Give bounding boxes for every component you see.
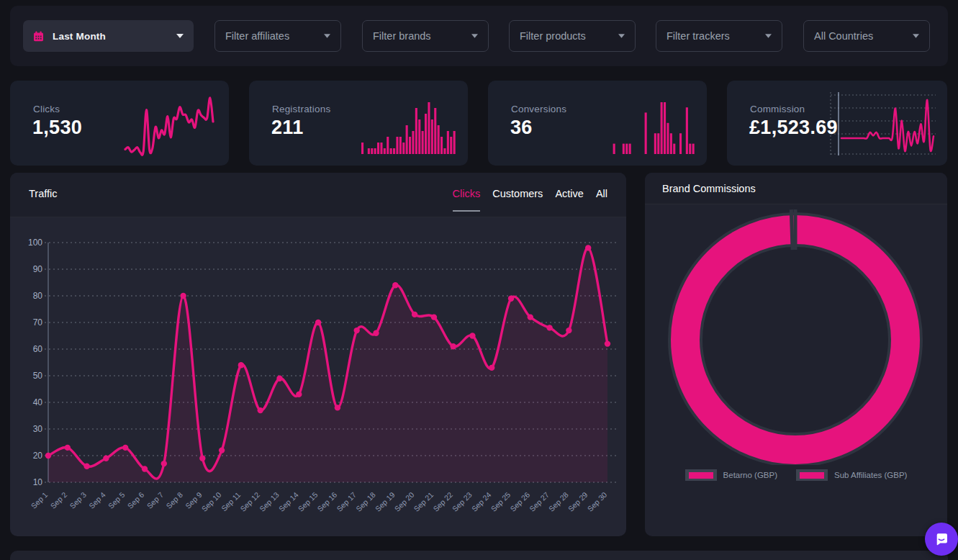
svg-text:Sep 10: Sep 10	[199, 490, 222, 513]
svg-text:100: 100	[28, 238, 42, 248]
stat-card-registrations: Registrations 211	[249, 81, 468, 166]
stat-value: 1,530	[32, 117, 82, 139]
clicks-sparkline	[122, 92, 217, 157]
registrations-sparkline	[361, 98, 456, 155]
filter-products-dropdown[interactable]: Filter products	[509, 20, 636, 52]
chevron-down-icon	[765, 34, 772, 38]
svg-text:Sep 19: Sep 19	[374, 490, 397, 513]
traffic-panel: Traffic Clicks Customers Active All 1020…	[10, 173, 626, 536]
svg-text:Sep 3: Sep 3	[68, 490, 88, 510]
svg-text:Sep 21: Sep 21	[412, 490, 435, 513]
svg-text:Sep 2: Sep 2	[48, 490, 68, 510]
date-range-label: Last Month	[53, 31, 106, 42]
chevron-down-icon	[324, 34, 330, 38]
stat-value: 211	[271, 117, 303, 139]
chat-launcher-button[interactable]	[925, 523, 958, 556]
legend-label: Betarno (GBP)	[723, 471, 777, 479]
stat-value: £1,523.69	[749, 117, 838, 139]
all-countries-dropdown[interactable]: All Countries	[803, 20, 930, 52]
svg-text:Sep 25: Sep 25	[489, 490, 512, 513]
stat-label: Commission	[750, 104, 805, 114]
legend-label: Sub Affiliates (GBP)	[834, 471, 907, 479]
chevron-down-icon	[618, 34, 625, 38]
traffic-title: Traffic	[29, 188, 57, 199]
stat-card-commission: Commission £1,523.69	[727, 81, 947, 166]
svg-text:Sep 17: Sep 17	[335, 490, 358, 513]
svg-text:Sep 4: Sep 4	[87, 490, 107, 510]
svg-text:10: 10	[33, 477, 43, 487]
chevron-down-icon	[471, 34, 478, 38]
svg-text:Sep 20: Sep 20	[392, 490, 415, 513]
brand-panel-header: Brand Commissions	[645, 173, 947, 204]
svg-text:Sep 22: Sep 22	[431, 490, 454, 513]
legend-item-betarno[interactable]: Betarno (GBP)	[685, 469, 777, 481]
svg-text:Sep 6: Sep 6	[126, 490, 146, 510]
svg-text:Sep 24: Sep 24	[470, 490, 493, 513]
tab-customers[interactable]: Customers	[492, 188, 543, 199]
svg-text:Sep 5: Sep 5	[107, 490, 127, 510]
calendar-icon	[33, 31, 44, 42]
chevron-down-icon	[913, 34, 919, 38]
svg-text:Sep 15: Sep 15	[296, 490, 319, 513]
filter-bar: Last Month Filter affiliates Filter bran…	[10, 6, 948, 66]
svg-text:50: 50	[33, 371, 43, 381]
svg-text:Sep 14: Sep 14	[277, 490, 300, 513]
filter-trackers-dropdown[interactable]: Filter trackers	[656, 20, 782, 52]
svg-text:Sep 27: Sep 27	[528, 490, 551, 513]
chevron-down-icon	[176, 34, 184, 38]
donut-chart-svg	[645, 206, 947, 465]
stat-label: Registrations	[272, 104, 330, 114]
stat-value: 36	[510, 117, 533, 139]
all-countries-label: All Countries	[814, 30, 873, 42]
svg-text:Sep 11: Sep 11	[220, 490, 243, 513]
svg-text:90: 90	[33, 264, 43, 274]
svg-text:40: 40	[33, 397, 43, 407]
donut-legend: Betarno (GBP) Sub Affiliates (GBP)	[645, 469, 947, 481]
svg-text:Sep 16: Sep 16	[315, 490, 338, 513]
svg-text:Sep 28: Sep 28	[547, 490, 570, 513]
legend-item-sub-affiliates[interactable]: Sub Affiliates (GBP)	[796, 469, 907, 481]
traffic-line-chart: 102030405060708090100Sep 1Sep 2Sep 3Sep …	[10, 217, 626, 536]
filter-affiliates-label: Filter affiliates	[225, 30, 289, 42]
brand-commissions-title: Brand Commissions	[662, 183, 756, 194]
stat-label: Clicks	[33, 104, 60, 114]
svg-text:Sep 23: Sep 23	[451, 490, 474, 513]
chat-bubble-icon	[934, 531, 949, 547]
brand-commissions-donut	[645, 206, 947, 465]
svg-text:Sep 13: Sep 13	[258, 490, 281, 513]
filter-products-label: Filter products	[520, 30, 586, 42]
svg-text:Sep 1: Sep 1	[30, 490, 50, 510]
tab-active[interactable]: Active	[555, 188, 584, 199]
legend-swatch-icon	[685, 469, 717, 481]
stat-label: Conversions	[511, 104, 566, 114]
svg-text:Sep 26: Sep 26	[508, 490, 531, 513]
svg-text:Sep 12: Sep 12	[238, 490, 261, 513]
filter-affiliates-dropdown[interactable]: Filter affiliates	[214, 20, 341, 52]
traffic-tabs: Clicks Customers Active All	[453, 188, 607, 199]
svg-text:Sep 18: Sep 18	[354, 490, 377, 513]
filter-trackers-label: Filter trackers	[666, 30, 730, 42]
tab-clicks[interactable]: Clicks	[453, 188, 481, 199]
svg-text:60: 60	[33, 344, 43, 354]
svg-text:Sep 30: Sep 30	[585, 490, 608, 513]
svg-text:Sep 8: Sep 8	[164, 490, 184, 510]
conversions-sparkline	[600, 98, 695, 155]
svg-text:80: 80	[33, 291, 43, 301]
svg-text:Sep 7: Sep 7	[145, 490, 165, 510]
stat-card-conversions: Conversions 36	[488, 81, 707, 166]
svg-text:30: 30	[33, 424, 43, 434]
tab-all[interactable]: All	[596, 188, 607, 199]
filter-brands-dropdown[interactable]: Filter brands	[362, 20, 489, 52]
svg-text:70: 70	[33, 317, 43, 328]
next-panel-edge	[10, 551, 948, 560]
stat-card-clicks: Clicks 1,530	[10, 81, 229, 166]
traffic-panel-header: Traffic Clicks Customers Active All	[10, 173, 626, 217]
filter-brands-label: Filter brands	[373, 30, 431, 42]
svg-text:Sep 29: Sep 29	[566, 490, 589, 513]
svg-text:20: 20	[33, 451, 43, 461]
date-range-dropdown[interactable]: Last Month	[23, 20, 194, 52]
legend-swatch-icon	[796, 469, 828, 481]
commission-sparkline	[829, 89, 937, 158]
brand-commissions-panel: Brand Commissions Betarno (GBP) Sub Affi…	[645, 173, 947, 536]
